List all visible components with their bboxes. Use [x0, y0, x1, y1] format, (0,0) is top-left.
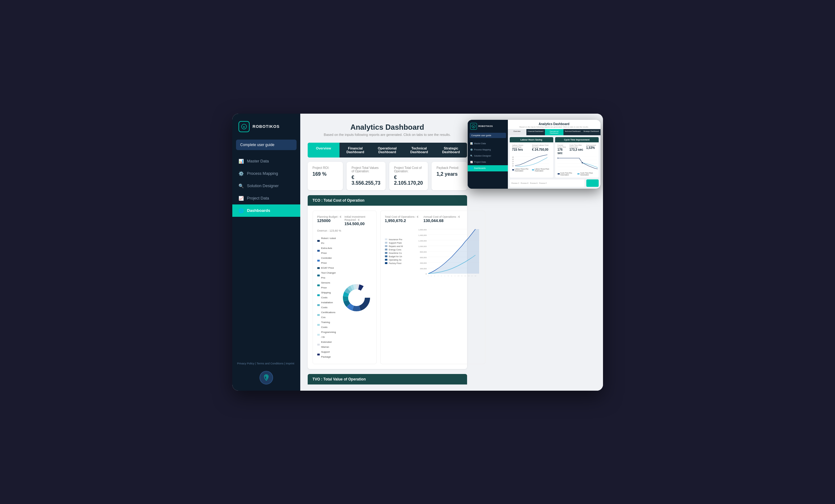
svg-text:11: 11 [461, 275, 463, 276]
line-chart-icon: 📈 [239, 196, 244, 201]
legend-installation: Installation Costs [317, 300, 336, 310]
tablet-nav-solution-designer[interactable]: 🔍Solution Designer [468, 153, 508, 159]
initial-investment-stat: Initial InvestmentRequired : € 154.500,0… [344, 215, 365, 226]
tablet-nav-project-data[interactable]: 📈Project Data [468, 159, 508, 165]
page-title-row: Analytics Dashboard Based on the inputs … [308, 120, 467, 138]
sidebar-item-project-data[interactable]: 📈 Project Data [232, 192, 300, 205]
tablet-cycle-stat1-value: 176 sec [557, 148, 568, 155]
tco-section: TCO : Total Cost of Operation Planning B… [308, 195, 467, 369]
kpi-tco: Project Total Cost of Operation: € 2.105… [389, 162, 428, 190]
tablet-logo-icon: R [470, 123, 477, 130]
total-cost-label: Total Cost of Operations : € [385, 215, 419, 218]
user-guide-button[interactable]: Complete user guide [236, 140, 297, 150]
svg-text:15: 15 [474, 275, 476, 276]
nav-label-process-mapping: Process Mapping [247, 171, 278, 176]
svg-text:8: 8 [451, 275, 452, 276]
tablet-cycle-stat2: Cycle Time After Automation 173,3 sec [569, 144, 584, 155]
tablet-cycle-chart-svg [557, 156, 598, 170]
legend-extra-axis: Extra Axis Price [317, 246, 336, 256]
initial-investment-value: 154.500,00 [344, 222, 365, 226]
donut-legend: Robot / cobot Pri Extra Axis Price Contr… [317, 236, 336, 359]
fingerprint-button[interactable] [260, 371, 273, 384]
tab-operational[interactable]: Operational Dashboard [371, 143, 403, 158]
svg-text:1,000,000: 1,000,000 [418, 246, 427, 247]
tvo-header: TVO : Total Value of Operation [308, 374, 467, 384]
fingerprint-area [232, 371, 300, 384]
svg-text:1,400,000: 1,400,000 [418, 234, 427, 236]
tablet-cycle-stat3-value: 1,53% [586, 146, 596, 149]
tco-investment-card: Planning Budget : € 125000 Initial Inves… [313, 211, 376, 364]
nav-label-project-data: Project Data [247, 196, 269, 201]
tablet-labour-stat2: Annual Labour Cost Savings : € 24.750,00 [532, 144, 550, 151]
sidebar: R ROBOTIKOS Complete user guide 📊 Master… [232, 114, 300, 391]
tab-overview[interactable]: Overview [308, 143, 340, 158]
legend-robot: Robot / cobot Pri [317, 236, 336, 246]
tablet-labour-title: Labour Hours Saving [510, 137, 553, 142]
planning-budget-value: 125000 [317, 218, 342, 223]
svg-text:0: 0 [425, 273, 427, 275]
svg-point-62 [582, 162, 583, 163]
nav-label-solution-designer: Solution Designer [247, 184, 279, 188]
tablet-labour-card: Labour Hours Saving Labour Hours Saved/Y… [510, 137, 553, 177]
sidebar-item-process-mapping[interactable]: ⚙️ Process Mapping [232, 167, 300, 180]
donut-svg [341, 282, 372, 313]
line-chart-svg: 1,600,000 1,400,000 1,200,000 1,000,000 … [413, 227, 481, 276]
kpi-roi: Project ROI: 169 % [308, 162, 343, 190]
footer-links: Privacy Policy | Terms and Conditions | … [237, 362, 294, 365]
svg-text:1,600,000: 1,600,000 [418, 229, 427, 231]
tablet-main: Analytics Dashboard Based on the inputs … [508, 120, 600, 189]
tablet-tab-financial[interactable]: Financial Dashboard [526, 129, 545, 135]
tablet-labour-stat1: Labour Hours Saved/Year : 715 hrs [512, 144, 529, 151]
overrun-label: Overrun : 123,60 % [317, 229, 341, 232]
tablet-nav-process-mapping[interactable]: ⚙️Process Mapping [468, 147, 508, 153]
annual-cost-label: Annual Cost of Operations : € [424, 215, 460, 218]
kpi-roi-value: 169 % [313, 171, 338, 177]
operations-chart-area: Insurance Pre Support Pack Repairs and M… [385, 227, 481, 276]
tablet-labour-chart: 1816141210 [512, 153, 551, 167]
tablet-cycle-stat2-label: Cycle Time After Automation [569, 144, 584, 148]
tablet-tab-overview[interactable]: Overview [508, 129, 526, 135]
planning-budget-label: Planning Budget : € [317, 215, 342, 218]
kpi-tvo: Project Total Values of Operation: € 3.5… [347, 162, 385, 190]
svg-text:600,000: 600,000 [420, 257, 427, 258]
tablet-cards: Labour Hours Saving Labour Hours Saved/Y… [508, 135, 600, 180]
legend-sensors: Sensors Price [317, 280, 336, 290]
tablet-cycle-stat3: Improvement 1,53% [586, 144, 596, 155]
total-cost-stat: Total Cost of Operations : € 1,950,670.2 [385, 215, 419, 223]
sidebar-item-master-data[interactable]: 📊 Master Data [232, 155, 300, 167]
sidebar-item-solution-designer[interactable]: 🔍 Solution Designer [232, 180, 300, 192]
tco-header: TCO : Total Cost of Operation [308, 195, 467, 206]
tablet-nav-dashboards[interactable]: 🌐Dashboards [468, 165, 508, 171]
svg-text:1: 1 [428, 275, 428, 276]
svg-text:R: R [473, 125, 474, 127]
svg-text:400,000: 400,000 [420, 262, 427, 264]
tablet-analytics-subtitle: Based on the inputs following reports ar… [510, 126, 598, 128]
tablet-tab-operational[interactable]: Operational Dashboard [545, 129, 564, 135]
tablet-user-guide[interactable]: Complete user guide [470, 133, 506, 138]
kpi-payback: Payback Period: 1,2 years [431, 162, 467, 190]
sidebar-item-dashboards[interactable]: 🌐 Dashboards [232, 205, 300, 217]
main-tabs: Overview Financial Dashboard Operational… [308, 143, 467, 158]
legend-controller: Controller Price [317, 256, 336, 266]
logo-icon: R [239, 121, 250, 132]
tablet-tabs: Overview Financial Dashboard Operational… [508, 129, 600, 135]
tab-strategic[interactable]: Strategic Dashboard [435, 143, 467, 158]
tablet-cycle-stat3-label: Improvement [586, 144, 596, 146]
svg-text:12: 12 [464, 275, 466, 276]
tablet-tab-strategic[interactable]: Strategic Dashboard [582, 129, 600, 135]
sidebar-logo: R ROBOTIKOS [232, 114, 300, 138]
kpi-tvo-value: € 3.556.255,73 [351, 175, 380, 186]
legend-eoat: EOAT Price [317, 266, 336, 271]
tablet-cycle-body: Current Cycle Time 176 sec Cycle Time Af… [555, 142, 599, 177]
tablet-labour-stat2-value: € 24.750,00 [532, 148, 550, 151]
tablet-tab-technical[interactable]: Technical Dashboard [564, 129, 582, 135]
annual-cost-value: 130,044.68 [424, 218, 460, 223]
kpi-roi-label: Project ROI: [313, 166, 338, 170]
page-title: Analytics Dashboard [308, 123, 467, 131]
tab-technical[interactable]: Technical Dashboard [403, 143, 435, 158]
tablet-header: Analytics Dashboard Based on the inputs … [508, 120, 600, 129]
tablet-nav-master-data[interactable]: 📊Master Data [468, 141, 508, 147]
svg-text:6: 6 [444, 275, 445, 276]
svg-text:3: 3 [434, 275, 435, 276]
tab-financial[interactable]: Financial Dashboard [340, 143, 371, 158]
